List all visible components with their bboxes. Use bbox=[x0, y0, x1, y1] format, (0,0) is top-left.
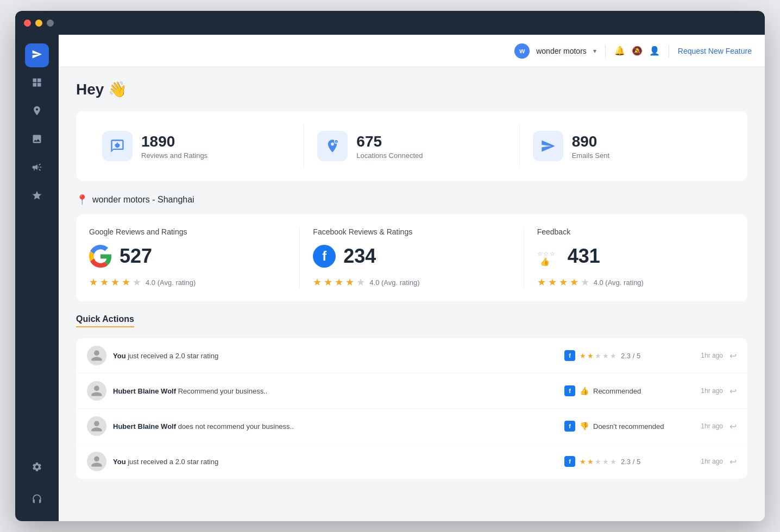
facebook-review-count: 234 bbox=[343, 245, 376, 268]
bell-icon[interactable]: 🔔 bbox=[614, 46, 625, 56]
activity-time-1: 1hr ago bbox=[690, 352, 723, 359]
activity-meta-2: f 👍 Recommended bbox=[564, 385, 684, 396]
fb-star-4: ★ bbox=[345, 276, 354, 288]
activity-list: You just received a 2.0 star rating f ★ … bbox=[76, 338, 747, 479]
google-star-3: ★ bbox=[111, 276, 119, 288]
google-count-row: 527 bbox=[89, 245, 286, 268]
emails-stat-label: Emails Sent bbox=[572, 151, 609, 160]
quick-actions-section: Quick Actions bbox=[76, 314, 747, 330]
activity-time-2: 1hr ago bbox=[690, 387, 723, 395]
minimize-button[interactable] bbox=[35, 20, 42, 27]
feedback-stars: ★ ★ ★ ★ ★ 4.0 (Avg. rating) bbox=[537, 276, 734, 288]
grid-icon bbox=[32, 77, 42, 91]
user-icon[interactable]: 👤 bbox=[649, 46, 660, 56]
activity-time-4: 1hr ago bbox=[690, 458, 723, 465]
mini-star-4-4: ★ bbox=[602, 458, 609, 466]
facebook-badge-4: f bbox=[564, 456, 575, 467]
traffic-lights bbox=[24, 20, 54, 27]
image-icon bbox=[32, 134, 42, 147]
reviews-stat-text: 1890 Reviews and Ratings bbox=[141, 133, 207, 160]
sidebar-item-megaphone[interactable] bbox=[25, 156, 49, 180]
google-stars: ★ ★ ★ ★ ★ 4.0 (Avg. rating) bbox=[89, 276, 286, 288]
emails-stat-number: 890 bbox=[572, 133, 609, 150]
mini-star-4-1: ★ bbox=[580, 458, 586, 466]
sidebar-item-headset[interactable] bbox=[25, 489, 49, 512]
mini-star-4-3: ★ bbox=[595, 458, 601, 466]
sidebar bbox=[15, 35, 59, 521]
activity-time-3: 1hr ago bbox=[690, 422, 723, 430]
reply-icon-4[interactable]: ↩ bbox=[729, 457, 737, 467]
activity-avatar-2 bbox=[87, 381, 106, 401]
svg-text:☆: ☆ bbox=[537, 250, 543, 257]
activity-meta-1: f ★ ★ ★ ★ ★ 2.3 / 5 bbox=[564, 350, 684, 361]
feedback-review-count: 431 bbox=[568, 245, 600, 268]
maximize-button[interactable] bbox=[47, 20, 54, 27]
feedback-star-1: ★ bbox=[537, 276, 546, 288]
activity-item-1: You just received a 2.0 star rating f ★ … bbox=[76, 338, 747, 373]
location-icon bbox=[32, 105, 42, 119]
notification-off-icon[interactable]: 🔕 bbox=[632, 46, 643, 56]
feedback-section: Feedback ☆ ☆ ☆ 👍 bbox=[524, 227, 734, 288]
google-star-1: ★ bbox=[89, 276, 98, 288]
quick-actions-title: Quick Actions bbox=[76, 314, 134, 327]
google-reviews-section: Google Reviews and Ratings 527 bbox=[89, 227, 300, 288]
mini-star-1-3: ★ bbox=[595, 352, 601, 360]
locations-stat-label: Locations Connected bbox=[356, 151, 423, 160]
mini-star-4-2: ★ bbox=[587, 458, 594, 466]
feedback-avg-label: 4.0 (Avg. rating) bbox=[594, 278, 644, 287]
facebook-stars: ★ ★ ★ ★ ★ 4.0 (Avg. rating) bbox=[313, 276, 510, 288]
google-reviews-title: Google Reviews and Ratings bbox=[89, 227, 286, 236]
locations-stat-text: 675 Locations Connected bbox=[356, 133, 423, 160]
sidebar-item-star[interactable] bbox=[25, 185, 49, 208]
activity-item-2: Hubert Blaine Wolf Recommend your busine… bbox=[76, 373, 747, 409]
activity-text-4: You just received a 2.0 star rating bbox=[113, 458, 558, 466]
activity-avatar-3 bbox=[87, 416, 106, 436]
fb-star-2: ★ bbox=[324, 276, 332, 288]
mini-star-1-4: ★ bbox=[602, 352, 609, 360]
status-recommended: Recommended bbox=[593, 387, 641, 395]
location-pin-icon: 📍 bbox=[76, 194, 88, 206]
facebook-badge-2: f bbox=[564, 385, 575, 396]
chevron-down-icon[interactable]: ▾ bbox=[593, 47, 596, 55]
facebook-reviews-section: Facebook Reviews & Ratings f 234 ★ ★ ★ ★… bbox=[300, 227, 524, 288]
sidebar-item-location[interactable] bbox=[25, 100, 49, 124]
reviews-stat-icon bbox=[102, 131, 133, 161]
activity-meta-4: f ★ ★ ★ ★ ★ 2.3 / 5 bbox=[564, 456, 684, 467]
facebook-logo: f bbox=[313, 245, 336, 268]
greeting: Hey 👋 bbox=[76, 80, 747, 98]
close-button[interactable] bbox=[24, 20, 31, 27]
topbar-divider-2 bbox=[669, 45, 669, 58]
reviews-stat-item: 1890 Reviews and Ratings bbox=[89, 124, 304, 168]
status-not-recommended: Doesn't recommended bbox=[593, 422, 664, 430]
emails-stat-text: 890 Emails Sent bbox=[572, 133, 609, 160]
activity-item-4: You just received a 2.0 star rating f ★ … bbox=[76, 444, 747, 479]
activity-meta-3: f 👎 Doesn't recommended bbox=[564, 421, 684, 432]
sidebar-item-grid[interactable] bbox=[25, 72, 49, 96]
main-content: w wonder motors ▾ 🔔 🔕 👤 Request New Feat… bbox=[59, 35, 765, 521]
headset-icon bbox=[32, 494, 42, 508]
location-header: 📍 wonder motors - Shanghai bbox=[76, 194, 747, 206]
app-window: w wonder motors ▾ 🔔 🔕 👤 Request New Feat… bbox=[15, 11, 765, 521]
google-avg-label: 4.0 (Avg. rating) bbox=[146, 278, 196, 287]
topbar: w wonder motors ▾ 🔔 🔕 👤 Request New Feat… bbox=[59, 35, 765, 67]
emails-stat-icon bbox=[533, 131, 563, 161]
mini-stars-4: ★ ★ ★ ★ ★ bbox=[580, 458, 617, 466]
sidebar-item-navigate[interactable] bbox=[25, 43, 49, 67]
reply-icon-1[interactable]: ↩ bbox=[729, 351, 737, 361]
mini-star-1-1: ★ bbox=[580, 352, 586, 360]
activity-text-1: You just received a 2.0 star rating bbox=[113, 352, 558, 360]
sidebar-item-settings[interactable] bbox=[25, 456, 49, 480]
mini-stars-1: ★ ★ ★ ★ ★ bbox=[580, 352, 617, 360]
svg-text:+: + bbox=[336, 140, 338, 143]
feedback-title: Feedback bbox=[537, 227, 734, 236]
brand-avatar: w bbox=[514, 43, 530, 59]
reply-icon-2[interactable]: ↩ bbox=[729, 386, 737, 396]
stats-card: 1890 Reviews and Ratings + 675 Locations… bbox=[76, 111, 747, 181]
sidebar-item-image[interactable] bbox=[25, 128, 49, 152]
reply-icon-3[interactable]: ↩ bbox=[729, 421, 737, 432]
thumb-down-icon: 👎 bbox=[580, 422, 589, 430]
request-feature-link[interactable]: Request New Feature bbox=[678, 47, 752, 55]
thumb-up-icon: 👍 bbox=[580, 387, 589, 395]
google-logo bbox=[89, 245, 112, 268]
reviews-card: Google Reviews and Ratings 527 bbox=[76, 214, 747, 301]
